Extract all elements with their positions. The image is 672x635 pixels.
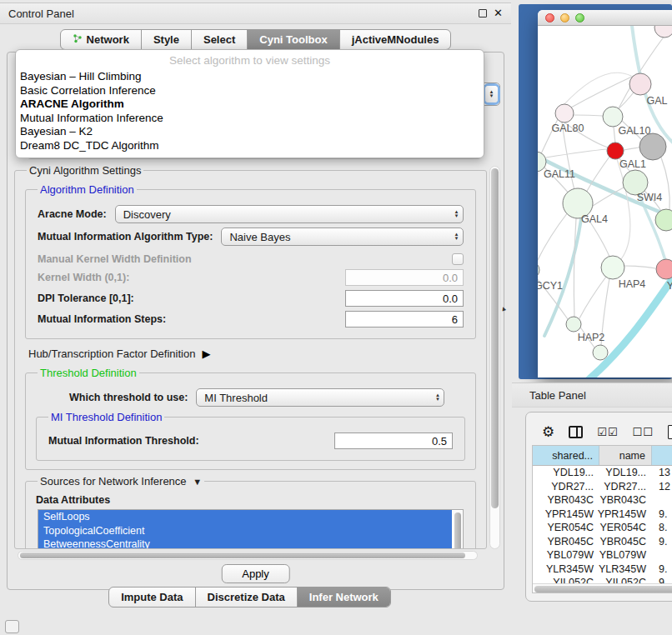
- table-cell[interactable]: 9.: [652, 535, 672, 549]
- table-hscroll-thumb[interactable]: [534, 586, 672, 592]
- table-cell[interactable]: 9.: [652, 576, 672, 583]
- table-row[interactable]: YBR043CYBR043C: [533, 493, 672, 508]
- table-cell[interactable]: 9.: [652, 508, 672, 522]
- manual-kernel-width-checkbox[interactable]: [452, 253, 464, 265]
- export-table-icon[interactable]: [668, 425, 672, 439]
- mi-algorithm-type-select[interactable]: Naive Bayes ▲▼: [221, 228, 464, 246]
- settings-vscroll-thumb[interactable]: [491, 168, 499, 508]
- network-node-gal80[interactable]: [555, 104, 574, 122]
- table-cell[interactable]: 8.: [652, 521, 672, 535]
- table-row[interactable]: YLR345WYLR345W9.: [533, 562, 672, 577]
- table-cell[interactable]: YDR27...: [533, 480, 599, 494]
- table-cell[interactable]: YLR345W: [599, 562, 652, 577]
- tab-label: Discretize Data: [208, 591, 285, 603]
- table-cell[interactable]: YER054C: [533, 521, 599, 535]
- table-cell[interactable]: [652, 548, 672, 562]
- table-cell[interactable]: YDL19...: [599, 466, 652, 480]
- network-node-salmon-node[interactable]: [656, 259, 672, 279]
- table-cell[interactable]: YLR345W: [533, 562, 599, 577]
- table-row[interactable]: YBL079WYBL079W: [533, 548, 672, 562]
- table-row[interactable]: YIL052CYIL052C9.: [533, 576, 672, 583]
- split-columns-icon[interactable]: [569, 426, 583, 438]
- apply-button[interactable]: Apply: [221, 564, 290, 583]
- tab-select[interactable]: Select: [191, 30, 247, 49]
- gear-icon[interactable]: ⚙: [542, 425, 554, 439]
- table-cell[interactable]: YBR043C: [533, 493, 599, 508]
- table-cell[interactable]: YBR043C: [599, 493, 652, 508]
- algorithm-option-basic-correlation-inference[interactable]: Basic Correlation Inference: [16, 84, 484, 98]
- table-row[interactable]: YBR045CYBR045C9.: [533, 535, 672, 549]
- list-scrollbar[interactable]: [453, 511, 462, 549]
- tab-infer-network[interactable]: Infer Network: [297, 588, 390, 607]
- close-window-icon[interactable]: [545, 13, 554, 22]
- dpi-tolerance-field[interactable]: [345, 290, 464, 307]
- table-cell[interactable]: YBL079W: [599, 548, 652, 562]
- list-scrollbar-thumb[interactable]: [454, 512, 461, 549]
- table-cell[interactable]: 12: [652, 480, 672, 494]
- settings-horizontal-scrollbar[interactable]: [18, 551, 478, 560]
- table-cell[interactable]: 13: [652, 466, 672, 480]
- docked-panel-icon[interactable]: [5, 620, 19, 633]
- table-horizontal-scrollbar[interactable]: [533, 583, 672, 593]
- network-node-gal10[interactable]: [603, 107, 623, 127]
- table-row[interactable]: YER054CYER054C8.: [533, 521, 672, 535]
- select-all-checkbox-icon[interactable]: ☑☑: [597, 426, 618, 438]
- node-label-swi4: SWI4: [637, 192, 663, 203]
- deselect-all-checkbox-icon[interactable]: ☐☐: [633, 426, 654, 438]
- table-cell[interactable]: YPR145W: [599, 508, 652, 522]
- zoom-window-icon[interactable]: [575, 13, 584, 22]
- table-cell[interactable]: YBR045C: [599, 535, 652, 549]
- table-cell[interactable]: [652, 493, 672, 508]
- minimize-window-icon[interactable]: [560, 13, 569, 22]
- table-cell[interactable]: YPR145W: [533, 508, 599, 522]
- table-cell[interactable]: YER054C: [599, 521, 652, 535]
- table-row[interactable]: YPR145WYPR145W9.: [533, 508, 672, 522]
- table-cell[interactable]: YBR045C: [533, 535, 599, 549]
- hub-definition-expander[interactable]: Hub/Transcription Factor Definition ▶: [28, 348, 473, 360]
- mi-threshold-field[interactable]: [334, 432, 453, 449]
- network-node-gal-clipped[interactable]: [629, 73, 651, 95]
- table-cell[interactable]: YIL052C: [533, 576, 599, 583]
- network-node-bottom-node[interactable]: [593, 345, 608, 360]
- network-node-top-partial[interactable]: [654, 26, 672, 38]
- tab-discretize-data[interactable]: Discretize Data: [195, 588, 297, 607]
- tab-style[interactable]: Style: [141, 30, 191, 49]
- algorithm-option-bayesian-hill-climbing[interactable]: Bayesian – Hill Climbing: [16, 70, 484, 84]
- table-cell[interactable]: YBL079W: [533, 548, 599, 562]
- algorithm-option-aracne-algorithm[interactable]: ARACNE Algorithm: [16, 98, 484, 112]
- network-canvas[interactable]: GALGAL80GAL10GAL1GAL11SWI4GAL4GCY1HAP4YH…: [538, 26, 672, 378]
- table-cell[interactable]: YIL052C: [599, 576, 652, 583]
- collapse-down-icon[interactable]: ▼: [193, 477, 202, 487]
- tab-network[interactable]: Network: [61, 30, 141, 49]
- tab-cyni-toolbox[interactable]: Cyni Toolbox: [247, 30, 339, 49]
- network-node-gray-node[interactable]: [639, 133, 666, 160]
- algorithm-option-mutual-information-inference[interactable]: Mutual Information Inference: [16, 112, 484, 126]
- algorithm-option-bayesian-k2[interactable]: Bayesian – K2: [16, 125, 484, 139]
- table-row[interactable]: YDR27...YDR27...12: [533, 480, 672, 494]
- table-cell[interactable]: YDL19...: [533, 466, 599, 480]
- tab-impute-data[interactable]: Impute Data: [109, 588, 194, 607]
- network-node-gal1[interactable]: [607, 142, 624, 159]
- kernel-width-field[interactable]: [345, 269, 464, 286]
- mi-steps-field[interactable]: [345, 311, 464, 328]
- algorithm-option-dream8-dc-tdc-algorithm[interactable]: Dream8 DC_TDC Algorithm: [16, 139, 484, 153]
- column-header-name[interactable]: name: [599, 446, 652, 465]
- settings-hscroll-thumb[interactable]: [20, 552, 465, 558]
- attribute-item-topologicalcoefficient[interactable]: TopologicalCoefficient: [38, 524, 452, 538]
- aracne-mode-select[interactable]: Discovery ▲▼: [115, 205, 464, 223]
- close-panel-icon[interactable]: ✕: [494, 9, 503, 18]
- column-header-2[interactable]: [652, 446, 672, 465]
- network-node-gcy1[interactable]: [538, 262, 539, 278]
- network-node-hap4[interactable]: [601, 256, 624, 279]
- column-header-shared[interactable]: shared...: [533, 446, 599, 465]
- settings-vertical-scrollbar[interactable]: [489, 166, 500, 549]
- table-cell[interactable]: 9.: [652, 562, 672, 577]
- table-cell[interactable]: YDR27...: [599, 480, 652, 494]
- float-window-icon[interactable]: [479, 9, 487, 18]
- table-row[interactable]: YDL19...YDL19...13: [533, 466, 672, 480]
- tab-jactivemnodules[interactable]: jActiveMNodules: [339, 30, 451, 49]
- which-threshold-select[interactable]: MI Threshold ▲▼: [196, 388, 444, 407]
- network-node-hap2[interactable]: [566, 317, 581, 332]
- attribute-item-betweennesscentrality[interactable]: BetweennessCentrality: [38, 538, 452, 549]
- attribute-item-selfloops[interactable]: SelfLoops: [38, 510, 452, 524]
